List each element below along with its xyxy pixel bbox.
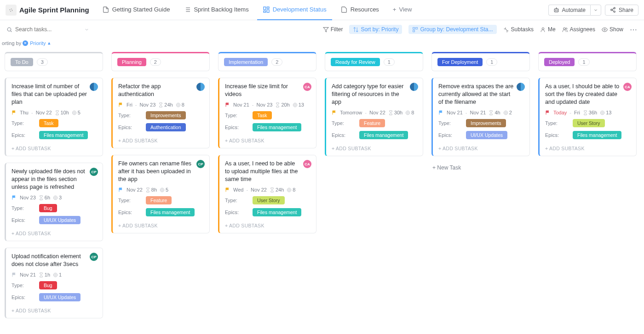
new-task-button[interactable]: + New Task — [431, 163, 530, 173]
column-header[interactable]: Planning 2 — [111, 52, 210, 71]
share-button[interactable]: Share — [605, 5, 638, 16]
type-tag[interactable]: Bug — [39, 204, 57, 212]
task-card[interactable]: CA Increase file size limit for videos N… — [218, 78, 316, 148]
svg-point-19 — [7, 28, 11, 31]
sort-button[interactable]: Sort by: Priority — [349, 25, 402, 34]
top-nav: Agile Sprint Planning Getting Started Gu… — [0, 0, 644, 20]
column-header[interactable]: To Do 3 — [5, 52, 103, 71]
epic-tag[interactable]: Authentication — [146, 123, 186, 131]
epic-tag[interactable]: UI/UX Updates — [39, 216, 80, 224]
automate-button[interactable]: Automate — [548, 5, 590, 16]
add-subtask-button[interactable]: + ADD SUBTASK — [118, 220, 204, 230]
epic-tag[interactable]: Files management — [359, 131, 408, 139]
assignees-button[interactable]: Assignees — [562, 26, 595, 33]
type-tag[interactable]: Feature — [146, 196, 172, 204]
assignee-avatar[interactable]: CP — [196, 160, 205, 168]
field-label: Epics: — [12, 294, 39, 300]
assignee-avatar[interactable]: CA — [303, 83, 311, 91]
button-label: Automate — [562, 7, 586, 13]
group-button[interactable]: Group by: Development Sta... — [408, 25, 496, 34]
kanban-board: To Do 3 Increase limit of number of file… — [0, 47, 644, 323]
tab-getting-started[interactable]: Getting Started Guide — [97, 0, 176, 20]
field-label: Type: — [438, 120, 466, 126]
status-pill: For Deployment — [437, 58, 483, 66]
filter-button[interactable]: Filter — [323, 26, 343, 33]
tab-development-status[interactable]: Development Status — [257, 0, 332, 20]
add-view-button[interactable]: + View — [387, 0, 418, 20]
me-button[interactable]: Me — [540, 26, 556, 33]
task-card[interactable]: CA As a user, I need to be able to uploa… — [218, 155, 316, 233]
epic-tag[interactable]: UI/UX Updates — [39, 293, 80, 301]
column-header[interactable]: Implementation 2 — [218, 52, 316, 71]
remove-sort-icon[interactable]: ✕ — [23, 40, 28, 46]
card-title: As a user, I should be able to sort the … — [545, 83, 631, 106]
task-card[interactable]: Refactor the app authentication Fri - No… — [111, 78, 210, 148]
type-tag[interactable]: Improvements — [466, 119, 506, 127]
field-label: Type: — [12, 205, 39, 211]
assignee-avatar[interactable]: CP — [90, 168, 98, 176]
chevron-down-icon[interactable] — [84, 27, 89, 32]
task-card[interactable]: Increase limit of number of files that c… — [5, 78, 103, 156]
tab-sprint-backlog[interactable]: Sprint Backlog Items — [178, 0, 254, 20]
add-subtask-button[interactable]: + ADD SUBTASK — [438, 143, 524, 153]
type-tag[interactable]: Feature — [359, 119, 385, 127]
field-label: Epics: — [545, 132, 573, 138]
epic-tag[interactable]: Files management — [146, 208, 195, 216]
add-subtask-button[interactable]: + ADD SUBTASK — [225, 135, 310, 145]
type-tag[interactable]: User Story — [573, 119, 605, 127]
assignee-avatar[interactable] — [90, 83, 98, 91]
flag-icon — [438, 110, 444, 115]
type-tag[interactable]: Bug — [39, 281, 57, 289]
chevron-down-icon — [593, 8, 598, 12]
column-count: 1 — [578, 58, 589, 66]
epic-tag[interactable]: UI/UX Updates — [466, 131, 507, 139]
points-icon — [160, 187, 165, 192]
svg-point-38 — [161, 189, 163, 191]
subtasks-button[interactable]: Subtasks — [503, 26, 534, 33]
add-subtask-button[interactable]: + ADD SUBTASK — [545, 143, 631, 153]
task-card[interactable]: CA As a user, I should be able to sort t… — [538, 78, 637, 156]
epic-tag[interactable]: Files management — [253, 208, 301, 216]
field-label: Epics: — [438, 132, 466, 138]
epic-tag[interactable]: Files management — [573, 131, 621, 139]
points-icon — [293, 102, 298, 108]
type-tag[interactable]: User Story — [253, 196, 285, 204]
task-card[interactable]: CP Newly uploaded file does not appear i… — [5, 163, 103, 241]
sort-icon — [353, 27, 359, 33]
tab-resources[interactable]: Resources — [335, 0, 385, 20]
type-tag[interactable]: Improvements — [146, 111, 186, 119]
sort-chip[interactable]: ✕ Priority ▴ — [23, 40, 50, 46]
column-header[interactable]: Deployed 1 — [538, 52, 637, 71]
assignee-avatar[interactable] — [410, 83, 418, 91]
assignee-avatar[interactable]: CA — [303, 160, 311, 168]
column-header[interactable]: For Deployment 1 — [431, 52, 530, 71]
more-menu[interactable]: ⋯ — [630, 25, 638, 34]
task-card[interactable]: CP File owners can rename files after it… — [111, 155, 210, 233]
assignee-avatar[interactable]: CP — [90, 253, 98, 261]
type-tag[interactable]: Task — [253, 111, 272, 119]
assignee-avatar[interactable] — [196, 83, 205, 91]
task-card[interactable]: Remove extra spaces the are currently al… — [431, 78, 530, 156]
column-header[interactable]: Ready for Review 1 — [325, 52, 423, 71]
field-label: Epics: — [12, 217, 39, 223]
epic-tag[interactable]: Files management — [253, 123, 301, 131]
epic-tag[interactable]: Files management — [39, 131, 88, 139]
assignee-avatar[interactable]: CA — [623, 83, 632, 91]
type-tag[interactable]: Task — [39, 119, 58, 127]
board-title: Agile Sprint Planning — [19, 6, 89, 14]
add-subtask-button[interactable]: + ADD SUBTASK — [12, 143, 97, 153]
automate-dropdown[interactable] — [590, 5, 601, 16]
add-subtask-button[interactable]: + ADD SUBTASK — [12, 228, 97, 238]
add-subtask-button[interactable]: + ADD SUBTASK — [12, 305, 97, 315]
assignee-avatar[interactable] — [517, 83, 525, 91]
toolbar-label: Show — [610, 26, 623, 33]
task-card[interactable]: Add category type for easier filtering o… — [325, 78, 423, 156]
add-subtask-button[interactable]: + ADD SUBTASK — [332, 143, 417, 153]
add-subtask-button[interactable]: + ADD SUBTASK — [225, 220, 310, 230]
add-subtask-button[interactable]: + ADD SUBTASK — [118, 135, 204, 145]
sort-chip-label: Priority — [30, 40, 46, 46]
task-card[interactable]: CP Upload notification element does not … — [5, 248, 103, 318]
search-input[interactable] — [15, 26, 70, 33]
show-button[interactable]: Show — [602, 26, 623, 33]
flag-icon — [12, 272, 17, 277]
